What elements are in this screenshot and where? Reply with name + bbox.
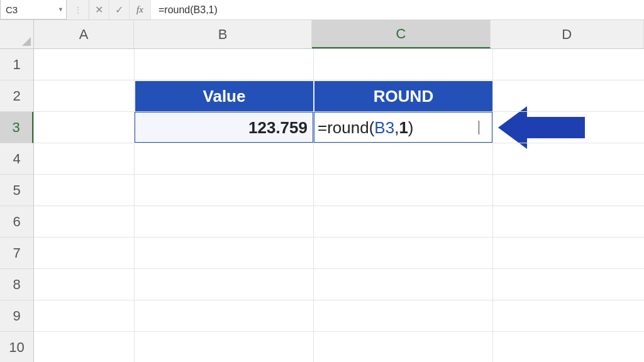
header-cell-round[interactable]: ROUND <box>314 80 493 112</box>
select-all-corner[interactable] <box>0 20 34 49</box>
row-headers: 12345678910 <box>0 49 34 362</box>
row-header-10[interactable]: 10 <box>0 332 33 362</box>
gridline-horizontal <box>34 80 644 80</box>
arrow-shaft <box>527 117 585 138</box>
cell-b3-value: 123.759 <box>248 118 308 138</box>
formula-bar-separator: ⋮ <box>67 0 89 19</box>
row-header-6[interactable]: 6 <box>0 206 33 238</box>
gridline-horizontal <box>34 111 644 112</box>
name-box[interactable]: C3 ▼ <box>0 0 67 19</box>
formula-bar: C3 ▼ ⋮ ✕ ✓ fx <box>0 0 644 20</box>
row-header-8[interactable]: 8 <box>0 269 33 300</box>
column-headers: ABCD <box>34 20 644 49</box>
gridline-horizontal <box>34 143 644 143</box>
cells-area[interactable]: Value ROUND 123.759 =round(B3,1) <box>34 49 644 362</box>
formula-suffix: ) <box>408 118 414 138</box>
fx-icon: fx <box>136 4 143 15</box>
cell-b3[interactable]: 123.759 <box>135 112 314 143</box>
enter-formula-button[interactable]: ✓ <box>109 0 130 19</box>
header-cell-value-text: Value <box>203 87 246 106</box>
row-header-1[interactable]: 1 <box>0 49 33 80</box>
row-header-3[interactable]: 3 <box>0 112 33 143</box>
gridline-horizontal <box>34 331 644 332</box>
row-header-2[interactable]: 2 <box>0 80 33 112</box>
row-header-7[interactable]: 7 <box>0 238 33 269</box>
column-header-d[interactable]: D <box>491 20 644 48</box>
gridline-horizontal <box>34 237 644 238</box>
formula-input[interactable] <box>151 0 644 19</box>
formula-arg: 1 <box>399 118 408 138</box>
formula-reference: B3 <box>374 118 394 138</box>
formula-comma: , <box>394 118 399 138</box>
column-header-c[interactable]: C <box>312 20 490 48</box>
worksheet[interactable]: ABCD 12345678910 Value ROUND 123.759 =ro… <box>0 20 644 362</box>
column-header-b[interactable]: B <box>134 20 312 48</box>
formula-prefix: =round( <box>318 118 374 138</box>
cancel-formula-button[interactable]: ✕ <box>89 0 109 19</box>
row-header-4[interactable]: 4 <box>0 143 33 175</box>
gridline-horizontal <box>34 206 644 206</box>
name-box-dropdown-icon[interactable]: ▼ <box>58 6 64 13</box>
text-caret-icon <box>479 121 479 134</box>
header-cell-round-text: ROUND <box>374 87 433 106</box>
cancel-icon: ✕ <box>95 4 103 16</box>
gridline-horizontal <box>34 268 644 269</box>
row-header-5[interactable]: 5 <box>0 175 33 206</box>
header-cell-value[interactable]: Value <box>135 80 314 112</box>
name-box-value: C3 <box>6 4 18 15</box>
row-header-9[interactable]: 9 <box>0 300 33 332</box>
gridline-horizontal <box>34 300 644 300</box>
gridline-horizontal <box>34 174 644 175</box>
column-header-a[interactable]: A <box>34 20 134 48</box>
insert-function-button[interactable]: fx <box>130 0 151 19</box>
check-icon: ✓ <box>115 4 123 16</box>
cell-c3-editing[interactable]: =round(B3,1) <box>314 112 493 143</box>
